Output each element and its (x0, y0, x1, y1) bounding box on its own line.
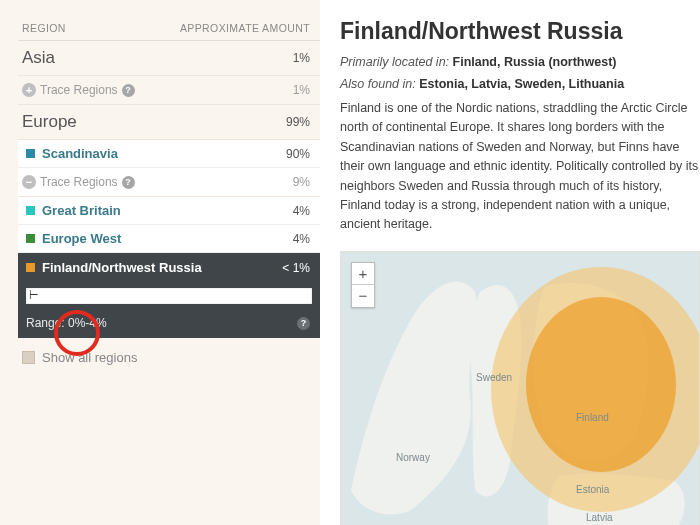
help-icon[interactable]: ? (122, 84, 135, 97)
continent-row-europe[interactable]: Europe 99% (18, 105, 320, 140)
trace-label: Trace Regions (40, 83, 118, 97)
map-label-latvia: Latvia (586, 512, 613, 523)
region-row-scandinavia[interactable]: Scandinavia 90% (18, 140, 320, 168)
expand-icon[interactable]: + (22, 83, 36, 97)
detail-panel: Finland/Northwest Russia Primarily locat… (320, 0, 700, 525)
continent-row-asia[interactable]: Asia 1% (18, 41, 320, 76)
range-bar: ⊢ (18, 282, 320, 310)
located-in: Primarily located in: Finland, Russia (n… (340, 55, 700, 69)
color-chip (26, 206, 35, 215)
map-label-estonia: Estonia (576, 484, 609, 495)
located-value: Finland, Russia (northwest) (453, 55, 617, 69)
also-found-in: Also found in: Estonia, Latvia, Sweden, … (340, 77, 700, 91)
page-title: Finland/Northwest Russia (340, 18, 700, 45)
help-icon[interactable]: ? (122, 176, 135, 189)
ethnicity-panel: REGION APPROXIMATE AMOUNT Asia 1% + Trac… (0, 0, 320, 525)
found-value: Estonia, Latvia, Sweden, Lithuania (419, 77, 624, 91)
region-amount: 90% (286, 147, 310, 161)
range-track: ⊢ (26, 288, 312, 304)
checkbox[interactable] (22, 351, 35, 364)
help-icon[interactable]: ? (297, 317, 310, 330)
map-label-norway: Norway (396, 452, 430, 463)
region-row-great-britain[interactable]: Great Britain 4% (18, 197, 320, 225)
show-all-toggle[interactable]: Show all regions (18, 338, 320, 377)
map[interactable]: Norway Sweden Finland Estonia Latvia + − (340, 251, 700, 525)
col-region: REGION (22, 22, 66, 34)
region-amount: < 1% (282, 261, 310, 275)
show-all-label: Show all regions (42, 350, 137, 365)
color-chip (26, 263, 35, 272)
region-label: Great Britain (42, 203, 121, 218)
range-marker: ⊢ (29, 289, 39, 303)
region-row-finland-selected[interactable]: Finland/Northwest Russia < 1% (18, 253, 320, 282)
region-label: Finland/Northwest Russia (42, 260, 202, 275)
found-label: Also found in: (340, 77, 416, 91)
trace-row-asia[interactable]: + Trace Regions ? 1% (18, 76, 320, 105)
color-chip (26, 149, 35, 158)
continent-amount: 99% (286, 115, 310, 129)
zoom-in-button[interactable]: + (352, 263, 374, 285)
range-text: Range: 0%-4% (26, 316, 107, 330)
zoom-control: + − (351, 262, 375, 308)
table-header: REGION APPROXIMATE AMOUNT (18, 18, 320, 41)
trace-amount: 9% (293, 175, 310, 189)
trace-amount: 1% (293, 83, 310, 97)
zoom-out-button[interactable]: − (352, 285, 374, 307)
region-row-europe-west[interactable]: Europe West 4% (18, 225, 320, 253)
map-label-sweden: Sweden (476, 372, 512, 383)
trace-label: Trace Regions (40, 175, 118, 189)
region-amount: 4% (293, 232, 310, 246)
continent-label: Asia (22, 48, 55, 68)
region-blob-inner (526, 297, 676, 472)
collapse-icon[interactable]: − (22, 175, 36, 189)
trace-row-europe[interactable]: − Trace Regions ? 9% (18, 168, 320, 197)
col-amount: APPROXIMATE AMOUNT (180, 22, 310, 34)
region-amount: 4% (293, 204, 310, 218)
continent-amount: 1% (293, 51, 310, 65)
range-row: Range: 0%-4% ? (18, 310, 320, 338)
region-label: Europe West (42, 231, 121, 246)
color-chip (26, 234, 35, 243)
continent-label: Europe (22, 112, 77, 132)
region-label: Scandinavia (42, 146, 118, 161)
map-label-finland: Finland (576, 412, 609, 423)
description: Finland is one of the Nordic nations, st… (340, 99, 700, 235)
located-label: Primarily located in: (340, 55, 449, 69)
